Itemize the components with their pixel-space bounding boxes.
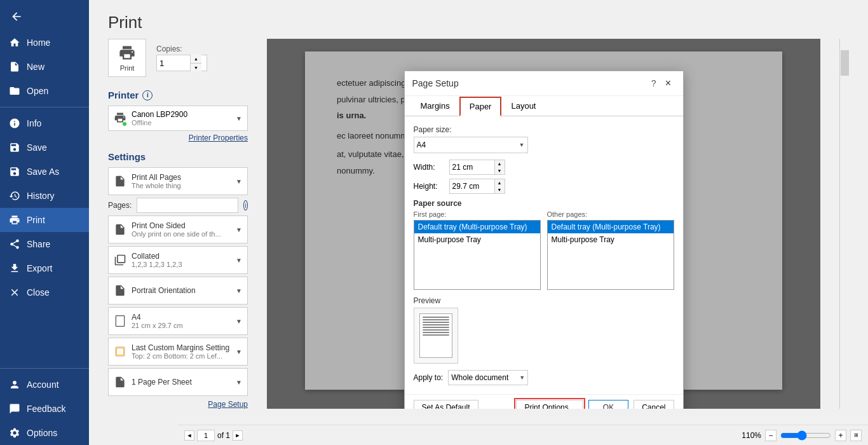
zoom-out-button[interactable]: − (765, 430, 776, 441)
fit-page-button[interactable]: ⊞ (850, 430, 862, 441)
zoom-in-button[interactable]: + (835, 430, 846, 441)
source-row: First page: Default tray (Multi-purpose … (414, 210, 674, 290)
copies-up-button[interactable]: ▲ (190, 55, 201, 63)
orientation-setting[interactable]: Portrait Orientation ▼ (108, 277, 248, 305)
duplex-arrow: ▼ (236, 226, 242, 233)
duplex-main: Print One Sided (132, 221, 231, 230)
width-up[interactable]: ▲ (494, 160, 505, 167)
sidebar-item-options[interactable]: Options (0, 421, 89, 445)
other-pages-item-0[interactable]: Default tray (Multi-purpose Tray) (548, 221, 674, 233)
first-page-item-0[interactable]: Default tray (Multi-purpose Tray) (414, 221, 540, 233)
print-options-button[interactable]: Print Options... (516, 400, 583, 409)
sidebar-item-close[interactable]: Close (0, 280, 89, 305)
sidebar-item-open[interactable]: Open (0, 79, 89, 103)
modal-overlay: Page Setup ? × Margins Paper (267, 39, 820, 409)
sidebar-item-info[interactable]: Info (0, 111, 89, 135)
copies-input[interactable] (157, 58, 190, 68)
zoom-slider[interactable] (780, 430, 831, 441)
sidebar-item-account[interactable]: Account (0, 373, 89, 397)
duplex-text: Print One Sided Only print on one side o… (132, 221, 231, 238)
other-pages-item-1[interactable]: Multi-purpose Tray (548, 233, 674, 246)
sidebar-item-saveas-label: Save As (27, 167, 59, 177)
first-page-item-1[interactable]: Multi-purpose Tray (414, 233, 540, 246)
collate-setting[interactable]: Collated 1,2,3 1,2,3 1,2,3 ▼ (108, 246, 248, 274)
sidebar-item-new[interactable]: New (0, 55, 89, 79)
height-input-wrap: ▲ ▼ (449, 179, 505, 194)
width-down[interactable]: ▼ (494, 167, 505, 174)
ok-button[interactable]: OK (588, 400, 628, 409)
print-action-button[interactable]: Print (108, 39, 146, 77)
printer-details: Canon LBP2900 Offline (132, 110, 231, 127)
apply-select[interactable]: Whole document This section (449, 371, 519, 385)
sidebar-item-close-label: Close (27, 287, 50, 298)
pages-per-sheet-main: 1 Page Per Sheet (132, 378, 231, 387)
margins-setting[interactable]: Last Custom Margins Setting Top: 2 cm Bo… (108, 338, 248, 366)
height-input[interactable] (450, 179, 494, 193)
tab-layout[interactable]: Layout (501, 97, 545, 116)
print-range-setting[interactable]: Print All Pages The whole thing ▼ (108, 167, 248, 195)
other-pages-label: Other pages: (547, 210, 674, 218)
sidebar-item-save-label: Save (27, 142, 47, 153)
printer-info-icon[interactable]: i (142, 90, 153, 100)
sidebar-item-history[interactable]: History (0, 184, 89, 208)
first-page-label: First page: (414, 210, 541, 218)
modal-close-button[interactable]: × (661, 76, 675, 90)
paper-size-select[interactable]: A4 A3 Letter (414, 137, 519, 153)
settings-section-title: Settings (108, 151, 248, 162)
sidebar-item-save[interactable]: Save (0, 135, 89, 160)
preview-line-3 (423, 322, 449, 323)
width-row: Width: ▲ ▼ (414, 160, 674, 175)
duplex-setting[interactable]: Print One Sided Only print on one side o… (108, 216, 248, 243)
printer-properties-link[interactable]: Printer Properties (108, 134, 248, 142)
footer-right: Print Options... OK Cancel (516, 400, 674, 409)
copies-down-button[interactable]: ▼ (190, 63, 201, 71)
preview-line-7 (423, 332, 449, 333)
pages-row: Pages: i (108, 198, 248, 213)
document-scrollbar[interactable] (839, 39, 849, 409)
pages-info-icon[interactable]: i (243, 200, 248, 210)
margins-arrow: ▼ (236, 348, 242, 355)
paper-size-sub: 21 cm x 29.7 cm (132, 322, 231, 329)
sidebar-item-export[interactable]: Export (0, 256, 89, 280)
collate-sub: 1,2,3 1,2,3 1,2,3 (132, 261, 231, 268)
tab-paper[interactable]: Paper (459, 97, 502, 116)
sidebar-item-home[interactable]: Home (0, 31, 89, 55)
height-down[interactable]: ▼ (494, 186, 505, 193)
preview-doc (419, 313, 452, 358)
current-page-input[interactable] (197, 430, 215, 441)
width-input-wrap: ▲ ▼ (449, 160, 505, 175)
modal-help-button[interactable]: ? (651, 78, 656, 88)
scroll-thumb[interactable] (841, 50, 849, 76)
paper-size-group: Paper size: A4 A3 Letter ▼ (414, 125, 674, 153)
printer-select[interactable]: Canon LBP2900 Offline ▼ (108, 106, 248, 131)
paper-size-setting[interactable]: A4 21 cm x 29.7 cm ▼ (108, 307, 248, 335)
ok-cancel-area: OK Cancel (588, 400, 674, 409)
sidebar-item-open-label: Open (27, 86, 48, 96)
width-input[interactable] (450, 160, 494, 174)
pages-per-sheet-setting[interactable]: 1 Page Per Sheet ▼ (108, 368, 248, 396)
modal-titlebar: Page Setup ? × (405, 71, 683, 96)
sidebar-item-feedback[interactable]: Feedback (0, 397, 89, 421)
print-range-arrow: ▼ (236, 178, 242, 185)
sidebar-item-share[interactable]: Share (0, 232, 89, 256)
cancel-button[interactable]: Cancel (634, 400, 674, 409)
height-up[interactable]: ▲ (494, 179, 505, 186)
sidebar-item-print[interactable]: Print (0, 208, 89, 232)
next-page-button[interactable]: ► (233, 430, 243, 441)
tab-margins[interactable]: Margins (411, 97, 459, 116)
first-page-list[interactable]: Default tray (Multi-purpose Tray) Multi-… (414, 220, 541, 290)
pages-label: Pages: (108, 201, 132, 210)
other-pages-list[interactable]: Default tray (Multi-purpose Tray) Multi-… (547, 220, 674, 290)
back-button[interactable] (5, 5, 28, 28)
print-range-main: Print All Pages (132, 173, 231, 182)
prev-page-button[interactable]: ◄ (184, 430, 194, 441)
set-as-default-button[interactable]: Set As Default (414, 400, 478, 409)
page-setup-link[interactable]: Page Setup (108, 400, 248, 409)
sidebar-nav: Home New Open Info Save Save As History (0, 31, 89, 305)
modal-controls: ? × (651, 76, 675, 90)
pages-input[interactable] (137, 198, 238, 213)
sidebar-item-feedback-label: Feedback (27, 404, 65, 414)
sidebar-item-saveas[interactable]: Save As (0, 160, 89, 184)
sidebar-item-new-label: New (27, 62, 44, 72)
margins-text: Last Custom Margins Setting Top: 2 cm Bo… (132, 343, 231, 360)
